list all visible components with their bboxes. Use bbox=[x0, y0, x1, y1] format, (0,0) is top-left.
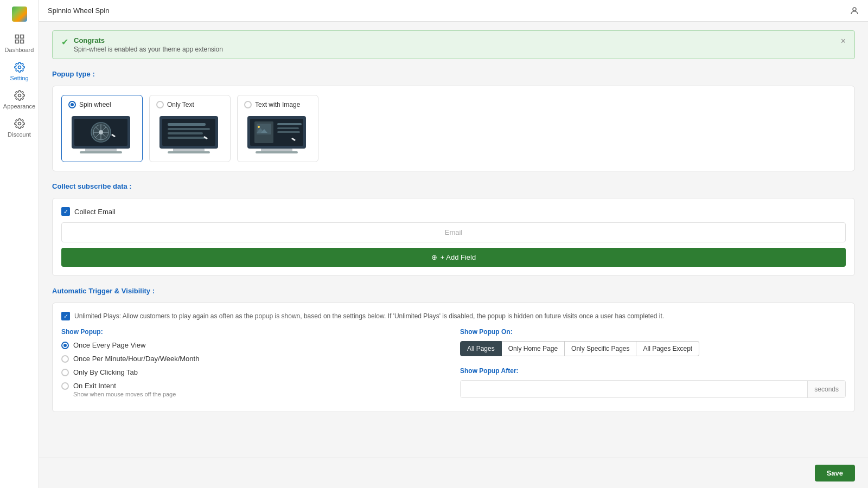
show-popup-on-column: Show Popup On: All Pages Only Home Page … bbox=[460, 328, 846, 403]
only-text-radio-row: Only Text bbox=[156, 101, 224, 108]
radio-once-per-minute[interactable]: Once Per Minute/Hour/Day/Week/Month bbox=[61, 355, 447, 363]
check-circle-icon: ✔ bbox=[61, 37, 68, 47]
collect-email-label: Collect Email bbox=[74, 208, 116, 216]
svg-rect-37 bbox=[277, 127, 299, 129]
svg-rect-22 bbox=[168, 123, 206, 126]
on-exit-intent-content: On Exit Intent Show when mouse moves off… bbox=[73, 382, 176, 397]
svg-rect-27 bbox=[173, 149, 205, 151]
spin-wheel-image bbox=[68, 113, 133, 156]
banner-subtitle: Spin-wheel is enabled as your theme app … bbox=[74, 46, 223, 53]
on-exit-intent-sublabel: Show when mouse moves off the page bbox=[73, 391, 176, 397]
radio-only-clicking-tab[interactable]: Only By Clicking Tab bbox=[61, 368, 447, 376]
only-text-label: Only Text bbox=[167, 101, 194, 108]
text-image-radio-row: Text with Image bbox=[244, 101, 311, 108]
svg-point-4 bbox=[18, 66, 21, 69]
popup-type-spin-wheel[interactable]: Spin wheel bbox=[61, 95, 143, 162]
on-exit-intent-radio bbox=[61, 382, 69, 390]
tab-only-specific-pages[interactable]: Only Specific Pages bbox=[565, 341, 636, 356]
svg-point-16 bbox=[99, 130, 103, 134]
appearance-icon bbox=[14, 90, 25, 101]
seconds-input[interactable] bbox=[461, 381, 807, 397]
text-image-radio bbox=[244, 101, 252, 108]
tab-only-home-page[interactable]: Only Home Page bbox=[502, 341, 565, 356]
sidebar-item-dashboard[interactable]: Dashboard bbox=[0, 29, 39, 57]
text-image-image bbox=[244, 113, 309, 156]
tab-all-pages-except[interactable]: All Pages Except bbox=[636, 341, 699, 356]
radio-once-every-page[interactable]: Once Every Page View bbox=[61, 341, 447, 349]
tab-all-pages[interactable]: All Pages bbox=[460, 341, 502, 356]
add-field-button[interactable]: ⊕ + Add Field bbox=[61, 248, 846, 267]
svg-rect-40 bbox=[261, 149, 292, 151]
app-logo bbox=[11, 5, 28, 23]
success-banner: ✔ Congrats Spin-wheel is enabled as your… bbox=[52, 30, 855, 59]
sidebar-item-setting[interactable]: Setting bbox=[0, 57, 39, 86]
only-clicking-tab-label: Only By Clicking Tab bbox=[73, 368, 138, 376]
sidebar-item-appearance[interactable]: Appearance bbox=[0, 86, 39, 114]
unlimited-plays-checkbox[interactable] bbox=[61, 312, 70, 320]
spin-wheel-label: Spin wheel bbox=[79, 101, 111, 108]
svg-rect-36 bbox=[277, 123, 302, 125]
spin-wheel-radio-row: Spin wheel bbox=[68, 101, 136, 108]
once-per-minute-radio bbox=[61, 355, 69, 363]
user-icon bbox=[850, 6, 859, 16]
on-exit-intent-label: On Exit Intent bbox=[73, 382, 176, 390]
only-clicking-tab-radio bbox=[61, 369, 69, 376]
add-field-label: + Add Field bbox=[441, 253, 476, 261]
svg-rect-19 bbox=[80, 151, 122, 153]
show-popup-after-section: Show Popup After: seconds bbox=[460, 367, 846, 398]
svg-point-5 bbox=[18, 94, 21, 97]
save-button[interactable]: Save bbox=[815, 465, 855, 481]
svg-rect-23 bbox=[168, 128, 210, 130]
close-banner-button[interactable]: × bbox=[841, 36, 846, 46]
svg-rect-38 bbox=[277, 131, 300, 133]
once-every-page-radio bbox=[61, 342, 69, 349]
page-tabs-group: All Pages Only Home Page Only Specific P… bbox=[460, 341, 846, 356]
popup-type-text-image[interactable]: Text with Image bbox=[237, 95, 318, 162]
svg-point-6 bbox=[18, 123, 21, 125]
popup-types-container: Spin wheel bbox=[61, 95, 846, 162]
show-popup-after-sublabel: Show Popup After: bbox=[460, 367, 846, 375]
trigger-label: Automatic Trigger & Visibility : bbox=[52, 287, 855, 295]
svg-point-7 bbox=[853, 8, 856, 11]
app-title: Spinnio Wheel Spin bbox=[48, 7, 109, 15]
svg-rect-24 bbox=[168, 132, 203, 134]
popup-type-only-text[interactable]: Only Text bbox=[149, 95, 231, 162]
sidebar-item-label: Dashboard bbox=[5, 47, 34, 53]
only-text-image bbox=[156, 113, 221, 156]
collect-email-row: Collect Email bbox=[61, 207, 846, 216]
banner-title: Congrats bbox=[74, 36, 223, 44]
sidebar-item-label: Appearance bbox=[3, 103, 35, 110]
only-text-radio bbox=[156, 101, 164, 108]
svg-rect-1 bbox=[20, 35, 23, 38]
svg-rect-0 bbox=[15, 35, 18, 38]
svg-rect-2 bbox=[15, 40, 18, 43]
save-area: Save bbox=[39, 458, 868, 488]
subscribe-label: Collect subscribe data : bbox=[52, 182, 855, 190]
plus-icon: ⊕ bbox=[431, 253, 437, 261]
show-popup-on-sublabel: Show Popup On: bbox=[460, 328, 846, 336]
spin-wheel-laptop-svg bbox=[69, 113, 133, 156]
collect-email-checkbox[interactable] bbox=[61, 207, 70, 216]
main-panel: Spinnio Wheel Spin ✔ Congrats Spin-wheel… bbox=[39, 0, 868, 488]
sidebar: Dashboard Setting Appearance Discount bbox=[0, 0, 39, 488]
gear-icon bbox=[14, 62, 25, 73]
popup-type-card: Spin wheel bbox=[52, 86, 855, 171]
unlimited-plays-row: Unlimited Plays: Allow customers to play… bbox=[61, 312, 846, 320]
svg-rect-3 bbox=[20, 40, 23, 43]
sidebar-item-label: Setting bbox=[10, 75, 28, 81]
trigger-card: Unlimited Plays: Allow customers to play… bbox=[52, 303, 855, 412]
only-text-laptop-svg bbox=[157, 113, 221, 156]
svg-rect-18 bbox=[85, 149, 117, 151]
topbar: Spinnio Wheel Spin bbox=[39, 0, 868, 22]
trigger-grid: Show Popup: Once Every Page View Once Pe… bbox=[61, 328, 846, 403]
svg-rect-28 bbox=[168, 151, 210, 153]
svg-rect-25 bbox=[168, 137, 207, 139]
once-every-page-label: Once Every Page View bbox=[73, 341, 145, 349]
sidebar-item-label: Discount bbox=[8, 131, 31, 138]
spin-wheel-radio bbox=[68, 101, 76, 108]
radio-on-exit-intent[interactable]: On Exit Intent Show when mouse moves off… bbox=[61, 382, 447, 397]
svg-point-35 bbox=[258, 126, 260, 128]
tag-icon bbox=[14, 118, 25, 129]
text-image-laptop-svg bbox=[245, 113, 309, 156]
sidebar-item-discount[interactable]: Discount bbox=[0, 114, 39, 142]
